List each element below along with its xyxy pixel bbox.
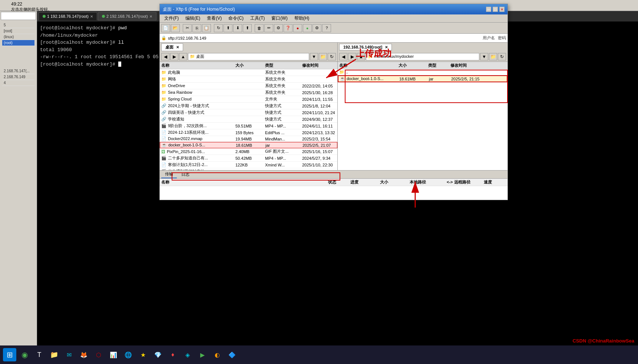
xftp-maximize-btn[interactable]: □	[493, 7, 498, 12]
left-file-row[interactable]: 📁网络系统文件夹	[160, 76, 337, 83]
left-file-row[interactable]: 📄Docker2022.mmap19.94MBMindMan...2025/2/…	[160, 136, 337, 142]
file-name: 🎬二十多岁知道自己有...	[161, 155, 235, 161]
left-nav-back[interactable]: ◀	[161, 53, 169, 60]
address-text: sftp://192.168.76.149	[168, 36, 481, 40]
terminal-tab-1[interactable]: 1 192.168.76.147(root) ✕	[39, 12, 97, 20]
menu-help[interactable]: 帮助(H)	[291, 15, 313, 21]
toolbar-copy[interactable]: ⎘	[192, 24, 201, 32]
taskbar-text[interactable]: T	[33, 348, 46, 361]
toolbar-delete[interactable]: 🗑	[255, 24, 264, 32]
taskbar-icon14[interactable]: ◐	[211, 348, 224, 361]
file-name: 🖼PixPin_2025-01-16...	[161, 149, 235, 154]
taskbar-icon11[interactable]: ♦	[166, 348, 179, 361]
left-tab-close[interactable]: ✕	[176, 45, 179, 49]
toolbar-settings[interactable]: ⚙	[313, 24, 321, 32]
terminal-tab-2-close[interactable]: ✕	[149, 14, 152, 19]
sidebar-item-linux[interactable]: (linux)	[2, 34, 34, 40]
left-file-row[interactable]: 📄寒假计划(1月12日-2...122KBXmind W...2025/1/10…	[160, 162, 337, 168]
left-nav-newfolder[interactable]: 📁	[319, 53, 327, 60]
left-nav-dropdown[interactable]: ▼	[310, 53, 318, 60]
left-file-row[interactable]: 📁OneDrive系统文件夹2022/2/20, 14:05	[160, 83, 337, 89]
menu-window[interactable]: 窗口(W)	[268, 15, 290, 21]
toolbar-sep1	[181, 24, 182, 32]
toolbar-cut[interactable]: ✂	[183, 24, 192, 32]
log-tab-transfer[interactable]: 传输	[161, 171, 177, 178]
taskbar-folder[interactable]: 📁	[47, 348, 61, 361]
toolbar-paste[interactable]: 📋	[202, 24, 211, 32]
right-nav-refresh[interactable]: ↻	[498, 53, 506, 60]
sidebar-item-root[interactable]: [root]	[2, 28, 34, 34]
left-file-row[interactable]: 🔗学校通知快捷方式2024/9/30, 12:37	[160, 116, 337, 123]
left-file-row[interactable]: 📁Spring Cloud文件夹2024/11/3, 11:55	[160, 96, 337, 103]
sidebar-item-conn1[interactable]: 2.168.76.147(...	[2, 68, 34, 74]
taskbar-chrome[interactable]: ◉	[18, 348, 31, 361]
left-file-list[interactable]: 名称 大小 类型 修改时间 📁此电脑系统文件夹📁网络系统文件夹📁OneDrive…	[160, 62, 337, 170]
taskbar-icon15[interactable]: 🔷	[225, 348, 239, 361]
toolbar-up[interactable]: ⬆	[224, 24, 232, 32]
toolbar-rename[interactable]: ✏	[264, 24, 273, 32]
left-path-combo[interactable]: 📁 桌面	[188, 53, 309, 60]
sidebar-item-conn3[interactable]: 4	[2, 80, 34, 86]
left-file-row[interactable]: 🔗四级英语 - 快捷方式快捷方式2024/11/10, 21:24	[160, 109, 337, 116]
menu-view[interactable]: 查看(V)	[204, 15, 225, 21]
left-file-row[interactable]: ☕docker_boot-1.0-S...18.61MBjar2025/2/5,…	[160, 142, 337, 148]
left-file-row[interactable]: 📁Sea Rainbow系统文件夹2025/1/30, 16:28	[160, 89, 337, 96]
right-file-list[interactable]: 名称 大小 类型 修改时间 📁..☕docker_boot-1.0-S...18…	[338, 62, 508, 170]
taskbar-icon7[interactable]: 📊	[107, 348, 120, 361]
toolbar-green[interactable]: ●	[303, 24, 312, 32]
sidebar-item-5[interactable]: 5	[2, 22, 34, 28]
toolbar-new[interactable]: 📄	[161, 24, 170, 32]
toolbar-download[interactable]: ⬇	[233, 24, 242, 32]
right-file-row[interactable]: 📁..	[338, 69, 508, 75]
left-file-row[interactable]: 🔗2024上学期 - 快捷方式快捷方式2025/1/8, 12:04	[160, 103, 337, 109]
file-size: 2.40MB	[235, 149, 265, 154]
left-nav-up[interactable]: ▲	[179, 53, 187, 60]
right-nav-forward[interactable]: ▶	[348, 53, 356, 60]
log-col-progress: 进度	[350, 179, 380, 185]
right-file-row[interactable]: ☕docker_boot-1.0-S...18.61MBjar2025/2/5,…	[338, 75, 508, 82]
toolbar-question[interactable]: ？	[322, 24, 331, 32]
file-date: 2025/1/16, 15:07	[302, 149, 337, 154]
terminal-tab-2[interactable]: 2 192.168.76.147(root) ✕	[98, 12, 156, 20]
left-nav-refresh[interactable]: ↻	[328, 53, 336, 60]
right-nav-dropdown[interactable]: ▼	[480, 53, 488, 60]
file-type: GIF 图片文...	[265, 149, 302, 154]
taskbar-icon6[interactable]: ⬡	[92, 348, 105, 361]
username-label: 用户名	[483, 35, 495, 41]
left-file-row[interactable]: 📁此电脑系统文件夹	[160, 69, 337, 76]
menu-cmd[interactable]: 命令(C)	[225, 15, 247, 21]
toolbar-help[interactable]: ❓	[284, 24, 292, 32]
left-file-row[interactable]: 🖼PixPin_2025-01-16...2.40MBGIF 图片文...202…	[160, 148, 337, 155]
menu-edit[interactable]: 编辑(E)	[182, 15, 203, 21]
toolbar-upload[interactable]: ⬆	[243, 24, 252, 32]
taskbar-icon10[interactable]: 💎	[151, 348, 165, 361]
log-tab-log[interactable]: 日志	[178, 171, 193, 178]
left-tab-desktop[interactable]: 桌面 ✕	[161, 43, 183, 51]
toolbar-open[interactable]: 📂	[171, 24, 180, 32]
taskbar-mail[interactable]: ✉	[62, 348, 76, 361]
left-file-row[interactable]: 🎬9阶台阶，32次跌倒...59.51MBMP4 - MP...2024/6/1…	[160, 123, 337, 129]
toolbar-properties[interactable]: ⚙	[274, 24, 283, 32]
taskbar-firefox[interactable]: 🦊	[77, 348, 90, 361]
file-name: 📁此电脑	[161, 70, 235, 75]
taskbar-start[interactable]: ⊞	[3, 348, 16, 361]
terminal-tab-1-close[interactable]: ✕	[90, 14, 93, 19]
menu-tools[interactable]: 工具(T)	[247, 15, 268, 21]
toolbar-theme[interactable]: ●	[293, 24, 302, 32]
sidebar-item-conn2[interactable]: 2.168.76.149	[2, 74, 34, 80]
toolbar-refresh[interactable]: ↻	[214, 24, 223, 32]
left-file-row[interactable]: 🎬二十多岁知道自己有...50.42MBMP4 - MP...2024/5/27…	[160, 155, 337, 162]
right-nav-back[interactable]: ◀	[339, 53, 347, 60]
left-nav-forward[interactable]: ▶	[170, 53, 178, 60]
taskbar-icon13[interactable]: ▶	[196, 348, 209, 361]
xftp-close-btn[interactable]: ✕	[499, 7, 505, 12]
sidebar-search[interactable]	[1, 12, 36, 20]
sidebar-item-root2[interactable]: (root)	[2, 40, 34, 46]
right-nav-newfolder[interactable]: 📁	[489, 53, 497, 60]
xftp-minimize-btn[interactable]: ─	[486, 7, 491, 12]
taskbar-icon9[interactable]: ★	[136, 348, 150, 361]
menu-file[interactable]: 文件(F)	[161, 15, 182, 21]
taskbar-icon12[interactable]: ◈	[181, 348, 194, 361]
taskbar-icon8[interactable]: 🌐	[122, 348, 135, 361]
left-file-row[interactable]: 📄2024-12-13系统环境...159 BytesEditPlus ...2…	[160, 129, 337, 136]
